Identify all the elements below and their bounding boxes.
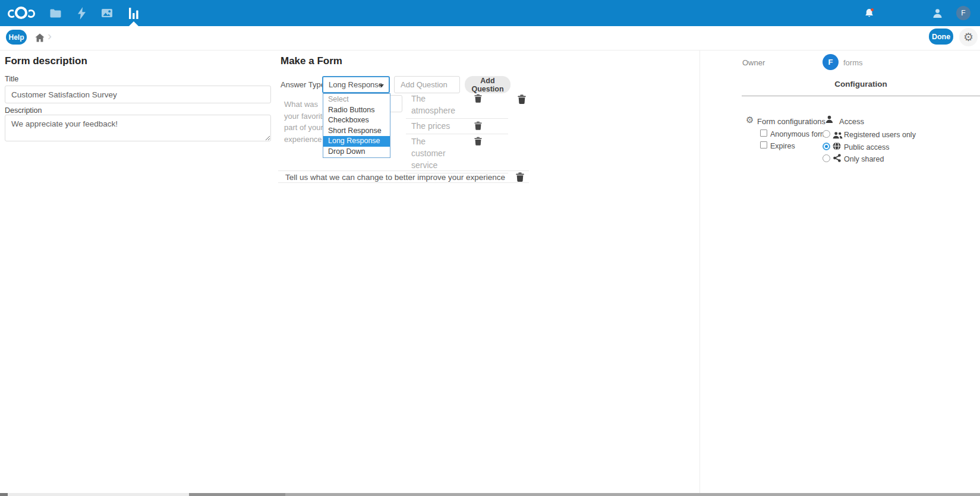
nextcloud-logo-icon[interactable] — [8, 5, 39, 21]
answer-option-text: The customer service — [411, 135, 459, 171]
configuration-sidebar: Owner F forms Configuration ⚙ Form confi… — [699, 50, 980, 493]
delete-option-trash-icon[interactable] — [474, 121, 482, 132]
answer-option-row: The atmosphere — [406, 91, 508, 119]
select-caret-icon — [379, 84, 384, 87]
breadcrumb-toolbar: Help › Done ⚙ — [0, 26, 980, 50]
gear-icon: ⚙ — [963, 31, 973, 43]
answer-type-select[interactable]: Long Response — [322, 76, 390, 93]
breadcrumb-chevron-icon: › — [48, 29, 52, 43]
answer-option-row: The customer service — [406, 134, 508, 173]
registered-users-radio[interactable] — [823, 130, 830, 138]
form-configurations-heading: Form configurations — [757, 117, 825, 126]
user-avatar[interactable]: F — [956, 6, 970, 20]
public-access-label: Public access — [844, 143, 889, 151]
description-textarea[interactable]: We appreciate your feedback! — [5, 115, 271, 141]
form-config-gear-icon: ⚙ — [746, 116, 754, 125]
delete-question-trash-icon[interactable] — [516, 172, 524, 184]
app-files-folder-icon[interactable] — [45, 0, 65, 26]
expires-label: Expires — [770, 142, 795, 150]
answer-option-text: The prices — [411, 120, 459, 132]
answer-option-text: The atmosphere — [411, 93, 459, 116]
only-shared-share-icon — [833, 154, 841, 165]
public-access-globe-icon — [833, 142, 841, 153]
owner-name: forms — [843, 58, 863, 67]
access-heading: Access — [839, 117, 864, 126]
delete-question-trash-icon[interactable] — [518, 94, 526, 106]
active-app-indicator — [129, 21, 138, 26]
dropdown-option[interactable]: Checkboxes — [323, 115, 390, 126]
title-input[interactable] — [5, 86, 271, 103]
dropdown-option[interactable]: Drop Down — [323, 147, 390, 157]
make-a-form-heading: Make a Form — [281, 55, 342, 67]
settings-button[interactable]: ⚙ — [959, 28, 978, 46]
done-button[interactable]: Done — [929, 29, 953, 45]
scrollbar-segment[interactable] — [285, 493, 980, 496]
horizontal-scrollbar[interactable] — [0, 493, 980, 496]
owner-avatar[interactable]: F — [823, 54, 839, 70]
public-access-radio[interactable] — [823, 143, 830, 150]
contacts-person-icon[interactable] — [929, 0, 946, 26]
registered-users-group-icon — [833, 131, 843, 141]
notification-dot — [871, 8, 874, 11]
home-breadcrumb-icon[interactable] — [35, 33, 45, 45]
dropdown-option[interactable]: Select — [323, 94, 390, 105]
anonymous-form-label: Anonymous form — [770, 130, 826, 138]
only-shared-radio[interactable] — [823, 154, 830, 162]
configuration-heading: Configuration — [742, 80, 980, 89]
only-shared-label: Only shared — [844, 155, 884, 163]
delete-option-trash-icon[interactable] — [474, 137, 482, 148]
answer-option-row: The prices — [406, 119, 508, 134]
answer-type-dropdown-list: Select Radio Buttons Checkboxes Short Re… — [323, 93, 390, 158]
expires-checkbox[interactable] — [760, 141, 767, 149]
app-activity-lightning-icon[interactable] — [71, 0, 92, 26]
answer-type-selected-value: Long Response — [329, 80, 383, 89]
registered-users-label: Registered users only — [844, 131, 916, 139]
question-text: Tell us what we can change to better imp… — [285, 173, 505, 182]
description-label: Description — [5, 106, 42, 115]
answer-options-list: The atmosphere The prices The customer s… — [406, 91, 508, 173]
top-app-bar: F — [0, 0, 980, 26]
dropdown-option[interactable]: Short Response — [323, 126, 390, 137]
notifications-bell-icon[interactable] — [861, 0, 878, 26]
scrollbar-segment[interactable] — [0, 493, 8, 496]
title-label: Title — [5, 75, 18, 83]
add-question-input[interactable] — [394, 76, 460, 93]
logo-ring-center — [15, 7, 27, 19]
anonymous-form-checkbox[interactable] — [760, 129, 767, 137]
owner-label: Owner — [742, 58, 765, 67]
configuration-divider — [742, 96, 980, 96]
add-question-button[interactable]: Add Question — [465, 76, 511, 93]
scrollbar-thumb[interactable] — [189, 493, 285, 496]
dropdown-option-selected[interactable]: Long Response — [323, 136, 390, 147]
answer-type-label: Answer Type: — [281, 80, 327, 89]
logo-ring-right — [27, 10, 35, 18]
delete-option-trash-icon[interactable] — [474, 94, 482, 105]
access-person-icon — [825, 115, 833, 126]
help-button[interactable]: Help — [6, 30, 27, 45]
dropdown-option[interactable]: Radio Buttons — [323, 105, 390, 116]
form-description-heading: Form description — [5, 55, 87, 67]
app-photos-icon[interactable] — [97, 0, 117, 26]
